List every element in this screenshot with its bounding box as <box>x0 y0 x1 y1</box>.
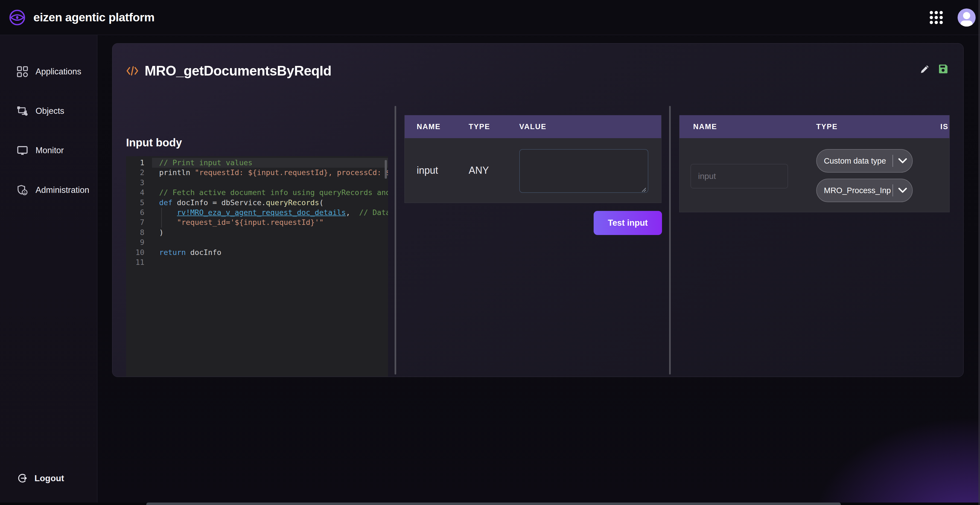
card-actions <box>920 64 948 74</box>
user-avatar[interactable] <box>958 8 975 27</box>
test-inputs-table: NAME TYPE VALUE input ANY <box>404 115 662 203</box>
sidebar-item-administration[interactable]: Administration <box>0 180 97 200</box>
column-header-islist: IS L <box>940 123 950 131</box>
code-line-numbers: 1234567891011 <box>126 156 152 377</box>
app-logo-icon <box>9 9 26 26</box>
edit-pencil-icon[interactable] <box>920 64 930 74</box>
test-inputs-table-row: input ANY <box>405 138 661 203</box>
card-title-row: MRO_getDocumentsByReqId <box>126 62 331 80</box>
sidebar-item-label: Administration <box>35 185 89 195</box>
column-header-value: VALUE <box>519 123 547 131</box>
column-header-name: NAME <box>417 123 441 131</box>
avatar-shoulders-icon <box>961 21 973 27</box>
sidebar-item-objects[interactable]: Objects <box>0 101 97 121</box>
object-detail-card: MRO_getDocumentsByReqId Input body Test … <box>112 43 964 377</box>
sidebar-item-applications[interactable]: Applications <box>0 62 97 81</box>
test-input-name: input <box>417 165 438 176</box>
input-body-heading: Input body <box>126 137 182 149</box>
test-input-type: ANY <box>469 165 489 176</box>
parameters-table-row: Custom data type MRO_Process_Inp <box>679 138 950 212</box>
sidebar-item-monitor[interactable]: Monitor <box>0 140 97 160</box>
sidebar-item-label: Applications <box>35 67 81 76</box>
horizontal-scrollbar-thumb[interactable] <box>146 503 841 505</box>
code-icon <box>126 65 138 76</box>
indent-guide <box>161 208 162 228</box>
logout-button[interactable]: Logout <box>0 468 97 488</box>
parameter-name-input[interactable] <box>690 164 788 188</box>
app-title: eizen agentic platform <box>33 11 154 24</box>
administration-icon <box>16 184 29 196</box>
apps-grid-icon[interactable] <box>929 10 943 25</box>
chevron-down-icon <box>893 158 912 164</box>
test-input-value-textarea[interactable] <box>519 149 648 193</box>
test-input-button[interactable]: Test input <box>593 211 662 235</box>
applications-icon <box>16 66 29 78</box>
avatar-head-icon <box>963 12 970 19</box>
editor-scrollbar-thumb[interactable] <box>385 160 387 178</box>
column-header-name: NAME <box>693 123 717 131</box>
test-inputs-table-header: NAME TYPE VALUE <box>405 115 661 138</box>
app-header: eizen agentic platform <box>0 0 980 35</box>
monitor-icon <box>16 145 29 156</box>
dropdown-selected-value: Custom data type <box>817 156 892 166</box>
logout-icon <box>17 473 28 484</box>
sidebar-item-label: Monitor <box>35 145 64 155</box>
column-header-type: TYPE <box>469 123 490 131</box>
chevron-down-icon <box>893 187 912 193</box>
objects-icon <box>16 105 29 117</box>
column-divider <box>669 106 671 374</box>
sidebar: Applications Objects Monitor <box>0 35 97 503</box>
parameter-type-name-dropdown[interactable]: MRO_Process_Inp <box>816 178 913 202</box>
dropdown-selected-value: MRO_Process_Inp <box>817 186 892 195</box>
vertical-scrollbar[interactable] <box>978 0 980 505</box>
sidebar-item-label: Objects <box>35 106 64 116</box>
parameter-type-kind-dropdown[interactable]: Custom data type <box>816 149 913 173</box>
parameters-table: NAME TYPE IS L Custom data type MRO_Proc… <box>679 115 950 212</box>
column-divider <box>395 106 396 374</box>
page-title: MRO_getDocumentsByReqId <box>145 63 331 79</box>
save-icon[interactable] <box>938 64 948 74</box>
parameters-table-header: NAME TYPE IS L <box>679 115 950 138</box>
logout-label: Logout <box>35 473 64 483</box>
code-editor[interactable]: 1234567891011 // Print input valuesprint… <box>126 156 388 377</box>
code-lines[interactable]: // Print input valuesprintln "requestId:… <box>152 156 388 377</box>
column-header-type: TYPE <box>816 123 838 131</box>
